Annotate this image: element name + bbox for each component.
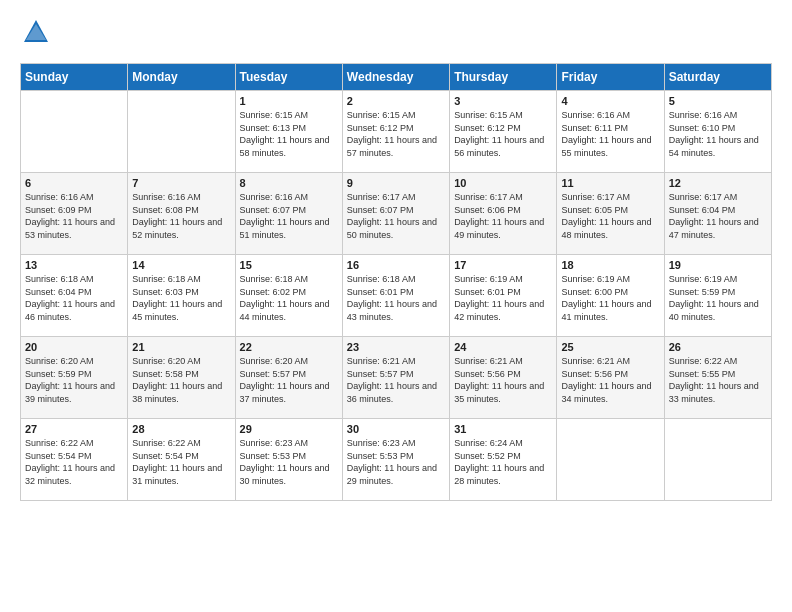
day-number: 12 bbox=[669, 177, 767, 189]
day-number: 17 bbox=[454, 259, 552, 271]
day-info: Sunrise: 6:21 AMSunset: 5:56 PMDaylight:… bbox=[454, 355, 552, 405]
header bbox=[20, 18, 772, 51]
day-number: 15 bbox=[240, 259, 338, 271]
day-cell: 10Sunrise: 6:17 AMSunset: 6:06 PMDayligh… bbox=[450, 173, 557, 255]
day-info: Sunrise: 6:19 AMSunset: 6:00 PMDaylight:… bbox=[561, 273, 659, 323]
header-day-wednesday: Wednesday bbox=[342, 64, 449, 91]
day-info: Sunrise: 6:15 AMSunset: 6:12 PMDaylight:… bbox=[454, 109, 552, 159]
day-cell: 28Sunrise: 6:22 AMSunset: 5:54 PMDayligh… bbox=[128, 419, 235, 501]
day-info: Sunrise: 6:22 AMSunset: 5:54 PMDaylight:… bbox=[132, 437, 230, 487]
day-cell: 7Sunrise: 6:16 AMSunset: 6:08 PMDaylight… bbox=[128, 173, 235, 255]
day-number: 13 bbox=[25, 259, 123, 271]
day-info: Sunrise: 6:17 AMSunset: 6:04 PMDaylight:… bbox=[669, 191, 767, 241]
day-number: 16 bbox=[347, 259, 445, 271]
week-row-2: 6Sunrise: 6:16 AMSunset: 6:09 PMDaylight… bbox=[21, 173, 772, 255]
day-cell bbox=[664, 419, 771, 501]
day-info: Sunrise: 6:19 AMSunset: 6:01 PMDaylight:… bbox=[454, 273, 552, 323]
day-cell: 20Sunrise: 6:20 AMSunset: 5:59 PMDayligh… bbox=[21, 337, 128, 419]
day-cell: 23Sunrise: 6:21 AMSunset: 5:57 PMDayligh… bbox=[342, 337, 449, 419]
page-container: SundayMondayTuesdayWednesdayThursdayFrid… bbox=[0, 0, 792, 511]
day-cell: 18Sunrise: 6:19 AMSunset: 6:00 PMDayligh… bbox=[557, 255, 664, 337]
day-cell: 17Sunrise: 6:19 AMSunset: 6:01 PMDayligh… bbox=[450, 255, 557, 337]
logo bbox=[20, 18, 50, 51]
day-cell: 30Sunrise: 6:23 AMSunset: 5:53 PMDayligh… bbox=[342, 419, 449, 501]
day-cell: 21Sunrise: 6:20 AMSunset: 5:58 PMDayligh… bbox=[128, 337, 235, 419]
day-cell: 24Sunrise: 6:21 AMSunset: 5:56 PMDayligh… bbox=[450, 337, 557, 419]
day-info: Sunrise: 6:18 AMSunset: 6:03 PMDaylight:… bbox=[132, 273, 230, 323]
header-day-monday: Monday bbox=[128, 64, 235, 91]
day-number: 14 bbox=[132, 259, 230, 271]
day-cell bbox=[128, 91, 235, 173]
day-number: 10 bbox=[454, 177, 552, 189]
day-info: Sunrise: 6:16 AMSunset: 6:07 PMDaylight:… bbox=[240, 191, 338, 241]
header-day-thursday: Thursday bbox=[450, 64, 557, 91]
day-info: Sunrise: 6:20 AMSunset: 5:59 PMDaylight:… bbox=[25, 355, 123, 405]
day-info: Sunrise: 6:18 AMSunset: 6:02 PMDaylight:… bbox=[240, 273, 338, 323]
day-number: 30 bbox=[347, 423, 445, 435]
day-cell: 25Sunrise: 6:21 AMSunset: 5:56 PMDayligh… bbox=[557, 337, 664, 419]
day-number: 4 bbox=[561, 95, 659, 107]
day-cell: 6Sunrise: 6:16 AMSunset: 6:09 PMDaylight… bbox=[21, 173, 128, 255]
day-cell: 31Sunrise: 6:24 AMSunset: 5:52 PMDayligh… bbox=[450, 419, 557, 501]
day-info: Sunrise: 6:21 AMSunset: 5:56 PMDaylight:… bbox=[561, 355, 659, 405]
day-cell: 9Sunrise: 6:17 AMSunset: 6:07 PMDaylight… bbox=[342, 173, 449, 255]
day-cell: 12Sunrise: 6:17 AMSunset: 6:04 PMDayligh… bbox=[664, 173, 771, 255]
day-number: 22 bbox=[240, 341, 338, 353]
day-cell: 19Sunrise: 6:19 AMSunset: 5:59 PMDayligh… bbox=[664, 255, 771, 337]
day-info: Sunrise: 6:17 AMSunset: 6:07 PMDaylight:… bbox=[347, 191, 445, 241]
day-number: 1 bbox=[240, 95, 338, 107]
day-cell bbox=[557, 419, 664, 501]
day-info: Sunrise: 6:17 AMSunset: 6:05 PMDaylight:… bbox=[561, 191, 659, 241]
day-cell: 14Sunrise: 6:18 AMSunset: 6:03 PMDayligh… bbox=[128, 255, 235, 337]
day-number: 5 bbox=[669, 95, 767, 107]
day-cell: 2Sunrise: 6:15 AMSunset: 6:12 PMDaylight… bbox=[342, 91, 449, 173]
day-cell: 5Sunrise: 6:16 AMSunset: 6:10 PMDaylight… bbox=[664, 91, 771, 173]
day-info: Sunrise: 6:15 AMSunset: 6:13 PMDaylight:… bbox=[240, 109, 338, 159]
day-cell: 15Sunrise: 6:18 AMSunset: 6:02 PMDayligh… bbox=[235, 255, 342, 337]
day-cell: 29Sunrise: 6:23 AMSunset: 5:53 PMDayligh… bbox=[235, 419, 342, 501]
day-number: 23 bbox=[347, 341, 445, 353]
week-row-4: 20Sunrise: 6:20 AMSunset: 5:59 PMDayligh… bbox=[21, 337, 772, 419]
day-number: 9 bbox=[347, 177, 445, 189]
day-info: Sunrise: 6:20 AMSunset: 5:57 PMDaylight:… bbox=[240, 355, 338, 405]
day-info: Sunrise: 6:16 AMSunset: 6:08 PMDaylight:… bbox=[132, 191, 230, 241]
day-number: 11 bbox=[561, 177, 659, 189]
day-info: Sunrise: 6:17 AMSunset: 6:06 PMDaylight:… bbox=[454, 191, 552, 241]
day-number: 25 bbox=[561, 341, 659, 353]
day-number: 31 bbox=[454, 423, 552, 435]
day-cell: 16Sunrise: 6:18 AMSunset: 6:01 PMDayligh… bbox=[342, 255, 449, 337]
day-info: Sunrise: 6:16 AMSunset: 6:09 PMDaylight:… bbox=[25, 191, 123, 241]
svg-marker-1 bbox=[26, 24, 46, 40]
day-number: 3 bbox=[454, 95, 552, 107]
day-cell bbox=[21, 91, 128, 173]
day-info: Sunrise: 6:21 AMSunset: 5:57 PMDaylight:… bbox=[347, 355, 445, 405]
day-cell: 3Sunrise: 6:15 AMSunset: 6:12 PMDaylight… bbox=[450, 91, 557, 173]
day-number: 8 bbox=[240, 177, 338, 189]
calendar-body: 1Sunrise: 6:15 AMSunset: 6:13 PMDaylight… bbox=[21, 91, 772, 501]
header-day-friday: Friday bbox=[557, 64, 664, 91]
day-cell: 11Sunrise: 6:17 AMSunset: 6:05 PMDayligh… bbox=[557, 173, 664, 255]
day-cell: 4Sunrise: 6:16 AMSunset: 6:11 PMDaylight… bbox=[557, 91, 664, 173]
day-info: Sunrise: 6:18 AMSunset: 6:04 PMDaylight:… bbox=[25, 273, 123, 323]
day-cell: 13Sunrise: 6:18 AMSunset: 6:04 PMDayligh… bbox=[21, 255, 128, 337]
day-number: 27 bbox=[25, 423, 123, 435]
day-number: 7 bbox=[132, 177, 230, 189]
day-number: 28 bbox=[132, 423, 230, 435]
header-row: SundayMondayTuesdayWednesdayThursdayFrid… bbox=[21, 64, 772, 91]
day-number: 21 bbox=[132, 341, 230, 353]
header-day-tuesday: Tuesday bbox=[235, 64, 342, 91]
day-info: Sunrise: 6:24 AMSunset: 5:52 PMDaylight:… bbox=[454, 437, 552, 487]
day-info: Sunrise: 6:23 AMSunset: 5:53 PMDaylight:… bbox=[240, 437, 338, 487]
day-cell: 27Sunrise: 6:22 AMSunset: 5:54 PMDayligh… bbox=[21, 419, 128, 501]
day-info: Sunrise: 6:23 AMSunset: 5:53 PMDaylight:… bbox=[347, 437, 445, 487]
week-row-5: 27Sunrise: 6:22 AMSunset: 5:54 PMDayligh… bbox=[21, 419, 772, 501]
header-day-sunday: Sunday bbox=[21, 64, 128, 91]
day-number: 19 bbox=[669, 259, 767, 271]
day-number: 20 bbox=[25, 341, 123, 353]
calendar-table: SundayMondayTuesdayWednesdayThursdayFrid… bbox=[20, 63, 772, 501]
day-cell: 8Sunrise: 6:16 AMSunset: 6:07 PMDaylight… bbox=[235, 173, 342, 255]
day-number: 2 bbox=[347, 95, 445, 107]
day-info: Sunrise: 6:16 AMSunset: 6:10 PMDaylight:… bbox=[669, 109, 767, 159]
week-row-1: 1Sunrise: 6:15 AMSunset: 6:13 PMDaylight… bbox=[21, 91, 772, 173]
day-number: 18 bbox=[561, 259, 659, 271]
